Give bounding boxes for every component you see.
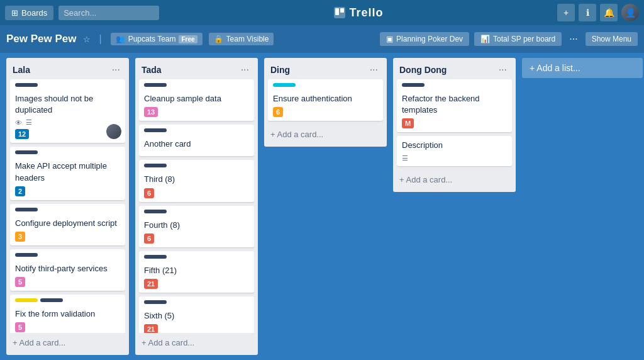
label-bar [144,164,167,167]
card-badge: 2 [15,186,25,196]
board-content: Lala ··· Images should not be duplicated… [0,53,644,360]
card[interactable]: Sixth (5)21 [139,296,254,333]
card-badges: 12 [15,129,120,139]
grid-icon: ⊞ [11,8,18,18]
cards-container: Images should not be duplicated 👁 ☰ 12Ma… [10,79,125,333]
card-badges: 5 [15,277,120,287]
list-title: Tada [142,65,162,75]
label-bars [144,300,249,307]
svg-rect-2 [340,8,344,13]
card-title: Fourth (8) [144,220,249,231]
label-bar [15,83,38,87]
info-button[interactable]: ℹ [579,4,596,21]
add-list-button[interactable]: + Add a list... [522,58,643,78]
team-badge[interactable]: 👥 Pupcats Team Free [111,33,203,45]
card-badge: 21 [144,324,158,333]
card-title: Notify third-party services [15,263,120,274]
label-bar [15,208,38,211]
card[interactable]: Third (8)6 [139,160,254,201]
visibility-badge[interactable]: 🔒 Team Visible [209,33,274,45]
label-bars [273,83,378,90]
show-menu-button[interactable]: Show Menu [586,32,638,46]
more-button[interactable]: ··· [567,33,580,45]
card-title: Another card [144,138,249,150]
cards-container: Refactor the backend templatesMDescripti… [397,79,512,170]
boards-label: Boards [21,8,47,18]
add-card-button[interactable]: + Add a card... [10,334,125,351]
card-title: Sixth (5) [144,310,249,322]
card-title: Fix the form validation [15,308,120,320]
total-sp-button[interactable]: 📊 Total SP per board [474,32,562,46]
description-icon: ☰ [402,154,408,162]
list-ding: Ding ··· Ensure authentication6+ Add a c… [264,58,387,147]
add-card-button[interactable]: + Add a card... [397,171,512,188]
card[interactable]: Fourth (8)6 [139,206,254,247]
card[interactable]: Refactor the backend templatesM [397,79,512,132]
card[interactable]: Make API accept multiple headers2 [10,147,125,200]
add-card-button[interactable]: + Add a card... [268,126,383,143]
card-badges: 3 [15,232,120,242]
card[interactable]: Configure deployment script3 [10,204,125,245]
card-badge: 13 [144,107,158,117]
cards-container: Ensure authentication6 [268,79,383,125]
card-title: Make API accept multiple headers [15,160,120,183]
card-title: Configure deployment script [15,218,120,229]
card-title: Refactor the backend templates [402,93,507,116]
label-bars [144,210,249,217]
planning-poker-button[interactable]: ▣ Planning Poker Dev [380,32,469,46]
trello-icon [333,6,346,19]
card[interactable]: Notify third-party services5 [10,249,125,291]
board-header-right: ▣ Planning Poker Dev 📊 Total SP per boar… [380,32,638,46]
label-bars [144,128,249,135]
card[interactable]: Ensure authentication6 [268,79,383,121]
label-bars [15,150,120,157]
card-badge: 6 [144,188,154,198]
list-title: Dong Dong [399,65,447,75]
avatar-button[interactable]: 👤 [621,4,639,21]
boards-button[interactable]: ⊞ Boards [5,6,53,20]
label-bar [15,150,38,154]
top-navigation: ⊞ Boards Trello + ℹ 🔔 👤 [0,0,644,25]
card[interactable]: Description ☰ [397,136,512,166]
list-menu-button[interactable]: ··· [496,64,509,76]
card[interactable]: Images should not be duplicated 👁 ☰ 12 [10,79,125,143]
card-badges: 21 [144,279,249,289]
eye-icon: 👁 [15,119,22,127]
card-badges: 2 [15,186,120,196]
list-title: Lala [13,65,30,75]
label-bar [15,298,38,302]
svg-rect-1 [335,8,339,15]
board-header: Pew Pew Pew ☆ | 👥 Pupcats Team Free 🔒 Te… [0,25,644,53]
nav-icons: + ℹ 🔔 👤 [557,4,639,21]
card[interactable]: Another card [139,125,254,156]
label-bar [144,83,167,87]
cards-container: Cleanup sample data13Another cardThird (… [139,79,254,333]
card-title: Images should not be duplicated [15,93,120,116]
card-badge: 6 [273,107,283,117]
search-input[interactable] [58,6,159,20]
free-badge: Free [179,35,197,43]
star-icon[interactable]: ☆ [83,35,91,44]
label-bars [144,255,249,262]
add-card-button[interactable]: + Add a card... [139,334,254,351]
list-menu-button[interactable]: ··· [238,64,252,76]
list-menu-button[interactable]: ··· [367,64,380,76]
add-button[interactable]: + [557,4,575,21]
card[interactable]: Cleanup sample data13 [139,79,254,121]
notification-button[interactable]: 🔔 [600,4,618,21]
label-bar [144,255,167,259]
list-title: Ding [270,65,290,75]
card-badge: 5 [15,322,25,332]
team-icon: 👥 [116,35,125,43]
card-badges: 6 [144,188,249,198]
label-bars [15,298,120,305]
list-menu-button[interactable]: ··· [109,64,123,76]
label-bars [144,164,249,171]
card-badges: 6 [144,233,249,244]
card[interactable]: Fix the form validation5 [10,295,125,333]
card-badges: M [402,118,507,128]
label-bars [15,83,120,90]
list-tada: Tada ··· Cleanup sample data13Another ca… [135,58,258,355]
label-bar [402,83,425,87]
card[interactable]: Fifth (21)21 [139,251,254,293]
